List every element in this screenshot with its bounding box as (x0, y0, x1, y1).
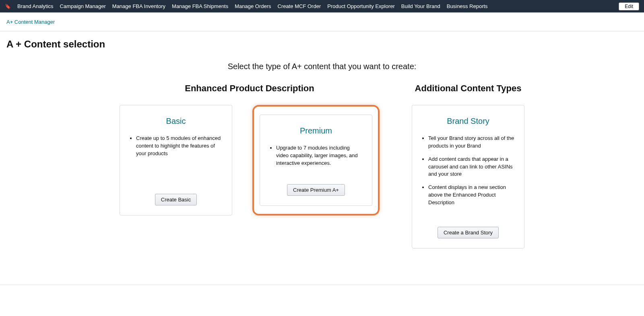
enhanced-header: Enhanced Product Description (185, 83, 314, 94)
nav-left: 🔖 Brand Analytics Campaign Manager Manag… (5, 3, 488, 9)
enhanced-card-row: Basic Create up to 5 modules of enhanced… (120, 105, 380, 215)
list-item: Add content cards that appear in a carou… (428, 156, 515, 179)
premium-bullets: Upgrade to 7 modules including video cap… (269, 144, 363, 173)
create-basic-button[interactable]: Create Basic (155, 194, 197, 205)
nav-business-reports[interactable]: Business Reports (447, 3, 488, 9)
nav-campaign-manager[interactable]: Campaign Manager (60, 3, 106, 9)
nav-brand-analytics[interactable]: Brand Analytics (17, 3, 54, 9)
footer-divider (0, 285, 644, 285)
nav-manage-fba-inventory[interactable]: Manage FBA Inventory (112, 3, 165, 9)
brandstory-bullets: Tell your Brand story across all of the … (421, 135, 515, 212)
intro-text: Select the type of A+ content that you w… (0, 62, 644, 71)
brandstory-title: Brand Story (447, 117, 489, 126)
nav-manage-orders[interactable]: Manage Orders (235, 3, 271, 9)
premium-highlight: Premium Upgrade to 7 modules including v… (252, 105, 380, 215)
nav-create-mcf-order[interactable]: Create MCF Order (278, 3, 321, 9)
basic-card: Basic Create up to 5 modules of enhanced… (120, 105, 232, 215)
nav-manage-fba-shipments[interactable]: Manage FBA Shipments (172, 3, 228, 9)
basic-bullets: Create up to 5 modules of enhanced conte… (129, 135, 223, 163)
breadcrumb-link[interactable]: A+ Content Manager (6, 19, 55, 25)
nav-build-your-brand[interactable]: Build Your Brand (401, 3, 440, 9)
premium-title: Premium (300, 126, 332, 135)
bookmark-icon[interactable]: 🔖 (5, 4, 11, 9)
list-item: Tell your Brand story across all of the … (428, 135, 515, 150)
content-columns: Enhanced Product Description Basic Creat… (0, 83, 644, 273)
additional-header: Additional Content Types (415, 83, 522, 94)
create-premium-button[interactable]: Create Premium A+ (287, 184, 345, 196)
enhanced-column: Enhanced Product Description Basic Creat… (120, 83, 380, 248)
list-item: Upgrade to 7 modules including video cap… (276, 144, 363, 167)
edit-button[interactable]: Edit (619, 2, 639, 10)
premium-card: Premium Upgrade to 7 modules including v… (260, 115, 372, 206)
breadcrumb: A+ Content Manager (0, 12, 644, 31)
brandstory-card: Brand Story Tell your Brand story across… (412, 105, 524, 248)
create-brandstory-button[interactable]: Create a Brand Story (438, 227, 499, 238)
nav-product-opportunity-explorer[interactable]: Product Opportunity Explorer (327, 3, 395, 9)
basic-title: Basic (166, 117, 186, 126)
additional-column: Additional Content Types Brand Story Tel… (412, 83, 524, 248)
list-item: Content displays in a new section above … (428, 184, 515, 207)
page-title: A + Content selection (0, 31, 644, 62)
list-item: Create up to 5 modules of enhanced conte… (136, 135, 223, 158)
top-nav: 🔖 Brand Analytics Campaign Manager Manag… (0, 0, 644, 12)
